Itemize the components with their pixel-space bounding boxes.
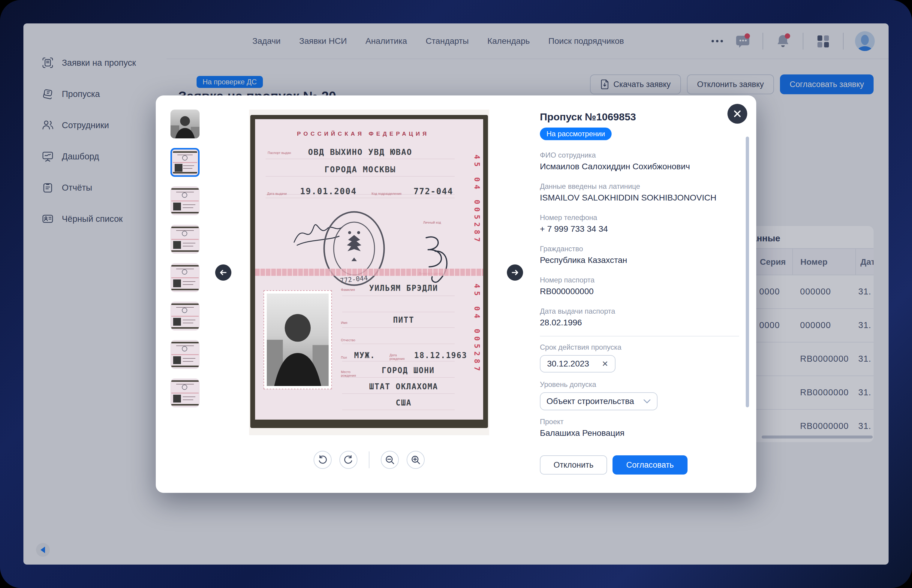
reject-pass-button[interactable]: Отклонить	[540, 456, 607, 475]
thumbnail-passport[interactable]	[171, 263, 200, 292]
zoom-out-icon	[385, 455, 395, 465]
passport-photo	[263, 290, 332, 389]
field-validity: Срок действия пропуска 30.12.2023 ✕	[540, 343, 750, 373]
validity-date-input[interactable]: 30.12.2023 ✕	[540, 355, 615, 373]
holder-signature	[414, 233, 459, 284]
thumbnail-passport[interactable]	[171, 225, 200, 254]
chevron-down-icon	[643, 399, 651, 404]
arrow-right-icon	[510, 268, 520, 277]
passport-birthplace3: США	[342, 398, 465, 407]
passport-surname: УИЛЬЯМ БРЭДЛИ	[342, 284, 465, 292]
passport-birthdate: 18.12.1963	[414, 351, 467, 360]
access-level-select[interactable]: Объект строительства	[540, 392, 657, 410]
thumbnail-passport-selected[interactable]	[171, 148, 200, 177]
field-phone: Номер телефона + 7 999 733 34 34	[540, 213, 750, 234]
passport-issue-date: 19.01.2004	[300, 186, 357, 196]
passport-serial-bottom: 45 04 005287	[473, 284, 481, 410]
passport-name: ПИТТ	[342, 315, 465, 325]
image-toolbar	[249, 451, 489, 469]
rotate-right-button[interactable]	[339, 451, 357, 469]
pass-review-modal: РОССИЙСКАЯ ФЕДЕРАЦИЯ Паспорт выдан ОВД В…	[156, 95, 756, 493]
clear-date-icon[interactable]: ✕	[602, 359, 608, 368]
previous-image-button[interactable]	[215, 265, 231, 281]
document-thumbnails	[171, 110, 200, 407]
thumbnail-passport[interactable]	[171, 302, 200, 331]
thumbnail-passport[interactable]	[171, 340, 200, 369]
thumbnail-passport[interactable]	[171, 186, 200, 215]
field-project: Проект Балашиха Реновация	[540, 417, 750, 438]
passport-birthplace1: ГОРОД ШОНИ	[351, 366, 465, 375]
passport-birthplace2: ШТАТ ОКЛАХОМА	[342, 382, 465, 391]
field-latin: Данные введены на латинице ISMAILOV SALO…	[540, 182, 750, 203]
approve-pass-button[interactable]: Согласовать	[612, 456, 688, 475]
rotate-left-button[interactable]	[313, 451, 332, 469]
field-passport-number: Номер паспорта RB000000000	[540, 276, 750, 296]
passport-country-header: РОССИЙСКАЯ ФЕДЕРАЦИЯ	[255, 131, 471, 137]
passport-stamp: 772-044	[320, 208, 389, 289]
passport-serial-top: 45 04 005287	[473, 155, 481, 266]
passport-sex: МУЖ.	[354, 351, 375, 360]
field-passport-issue-date: Дата выдачи паспорта 28.02.1996	[540, 307, 750, 328]
field-access-level: Уровень допуска Объект строительства	[540, 380, 750, 410]
rotate-right-icon	[343, 455, 354, 465]
pass-status-badge: На рассмотрении	[540, 128, 612, 140]
modal-actions: Отклонить Согласовать	[540, 456, 750, 475]
passport-issuer-line2: ГОРОДА МОСКВЫ	[255, 165, 465, 174]
thumbnail-portrait[interactable]	[171, 110, 200, 138]
passport-issuer-line1: ОВД ВЫХИНО УВД ЮВАО	[255, 147, 465, 157]
app-window: Заявки на пропуск Пропуска Сотрудники Да…	[23, 23, 889, 565]
next-image-button[interactable]	[507, 265, 523, 281]
pass-details-panel: Пропуск №1069853 На рассмотрении ФИО сот…	[540, 111, 750, 475]
passport-image-viewer[interactable]: РОССИЙСКАЯ ФЕДЕРАЦИЯ Паспорт выдан ОВД В…	[249, 110, 489, 435]
field-citizenship: Гражданство Республика Казахстан	[540, 245, 750, 265]
zoom-in-icon	[410, 455, 421, 465]
zoom-out-button[interactable]	[381, 451, 399, 469]
thumbnail-passport[interactable]	[171, 378, 200, 407]
passport-document: РОССИЙСКАЯ ФЕДЕРАЦИЯ Паспорт выдан ОВД В…	[255, 119, 483, 420]
window-frame: Заявки на пропуск Пропуска Сотрудники Да…	[0, 0, 912, 588]
panel-scrollbar[interactable]	[746, 137, 749, 407]
pass-number-title: Пропуск №1069853	[540, 111, 750, 123]
passport-division-code: 772-044	[413, 186, 453, 196]
field-fio: ФИО сотрудника Исмаилов Салохиддин Сохиб…	[540, 151, 750, 171]
rotate-left-icon	[318, 455, 328, 465]
arrow-left-icon	[219, 268, 228, 277]
zoom-in-button[interactable]	[407, 451, 425, 469]
